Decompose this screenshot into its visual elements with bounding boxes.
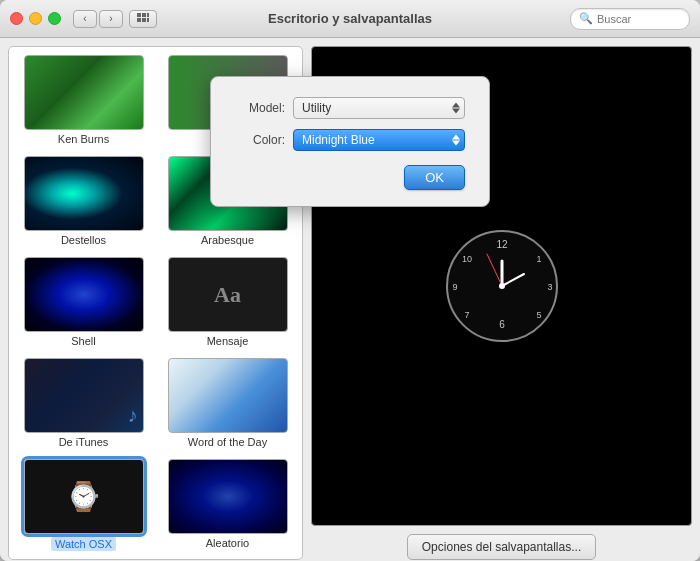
main-window: ‹ › Escritorio y salvapantallas 🔍 [0,0,700,561]
minimize-button[interactable] [29,12,42,25]
close-button[interactable] [10,12,23,25]
modal-overlay: Model: Utility Compact Modern Classic [0,38,700,561]
search-icon: 🔍 [579,12,593,25]
ok-button[interactable]: OK [404,165,465,190]
search-input[interactable] [597,13,681,25]
content-area: Ken Burns C Destellos Arabesque Shell [0,38,700,561]
color-select[interactable]: Midnight Blue Black White Silver Gold [293,129,465,151]
nav-buttons: ‹ › [73,10,123,28]
maximize-button[interactable] [48,12,61,25]
model-select[interactable]: Utility Compact Modern Classic [293,97,465,119]
svg-rect-2 [147,13,149,17]
color-label: Color: [235,133,285,147]
modal-ok-row: OK [235,165,465,190]
back-button[interactable]: ‹ [73,10,97,28]
svg-rect-0 [137,13,141,17]
svg-rect-4 [142,18,146,22]
color-select-wrapper: Midnight Blue Black White Silver Gold [293,129,465,151]
search-box[interactable]: 🔍 [570,8,690,30]
modal-dialog: Model: Utility Compact Modern Classic [210,76,490,207]
model-label: Model: [235,101,285,115]
forward-button[interactable]: › [99,10,123,28]
window-title: Escritorio y salvapantallas [268,11,432,26]
svg-rect-1 [142,13,146,17]
model-select-wrapper: Utility Compact Modern Classic [293,97,465,119]
model-row: Model: Utility Compact Modern Classic [235,97,465,119]
svg-rect-5 [147,18,149,22]
grid-view-button[interactable] [129,10,157,28]
traffic-lights [10,12,61,25]
titlebar: ‹ › Escritorio y salvapantallas 🔍 [0,0,700,38]
svg-rect-3 [137,18,141,22]
color-row: Color: Midnight Blue Black White Silver … [235,129,465,151]
